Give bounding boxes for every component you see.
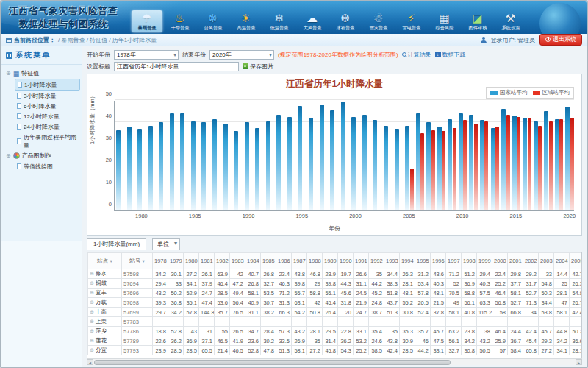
nav-item-typhoon[interactable]: ☸台风普查 — [198, 10, 229, 32]
column-header-year[interactable]: 1984 — [245, 253, 261, 269]
column-header-year[interactable]: 2002 — [523, 253, 539, 269]
logout-button[interactable]: 退出系统 — [539, 34, 582, 46]
column-header-year[interactable]: 1995 — [415, 253, 431, 269]
unit-dropdown[interactable]: 单位 — [152, 238, 180, 250]
column-header-station[interactable]: 站点 ▾ — [88, 253, 122, 269]
column-header-year[interactable]: 1998 — [462, 253, 477, 269]
station-cell[interactable]: ⊕修水 — [88, 269, 122, 279]
column-header-year[interactable]: 1997 — [446, 253, 462, 269]
horizontal-scrollbar[interactable]: ◂ ▸ — [87, 358, 582, 365]
expand-toggle-icon[interactable]: ⊕ — [6, 152, 11, 159]
row-expand-icon[interactable]: ⊕ — [90, 338, 94, 343]
tree-item-等值线绘图[interactable]: 等值线绘图 — [15, 161, 80, 171]
station-cell[interactable]: ⊕宜丰 — [88, 289, 122, 298]
download-button[interactable]: ↓ 数据下载 — [435, 51, 466, 59]
tree-group-特征值[interactable]: ⊕▦特征值 — [3, 68, 80, 79]
expand-toggle-icon[interactable]: ⊕ — [6, 70, 11, 77]
sidebar-header: 系统菜单 — [1, 46, 82, 65]
column-header-year[interactable]: 1991 — [354, 253, 369, 269]
tree-group-产品图制作[interactable]: ⊕产品图制作 — [3, 150, 80, 161]
nav-item-map-review[interactable]: ◪图件审核 — [462, 10, 493, 32]
column-header-year[interactable]: 1990 — [338, 253, 354, 269]
column-header-year[interactable]: 1978 — [153, 253, 168, 269]
row-expand-icon[interactable]: ⊕ — [90, 300, 94, 305]
nav-item-hail[interactable]: ❆冰雹普查 — [330, 10, 361, 32]
column-header-id[interactable]: 站号 ▾ — [122, 253, 153, 269]
nav-item-rainstorm[interactable]: ☂暴雨普查 — [132, 10, 162, 32]
bar-national-1985 — [191, 121, 196, 211]
value-cell — [230, 317, 245, 327]
nav-item-lightning[interactable]: ⚡雷电普查 — [396, 10, 427, 32]
nav-item-drought[interactable]: ♨干旱普查 — [165, 10, 196, 32]
value-cell: 57.3 — [276, 327, 292, 336]
column-header-year[interactable]: 1993 — [384, 253, 400, 269]
end-year-select[interactable]: 2020年 — [209, 50, 274, 60]
tree-item-3小时降水量[interactable]: 3小时降水量 — [15, 91, 80, 101]
row-expand-icon[interactable]: ⊕ — [90, 271, 94, 276]
row-expand-icon[interactable]: ⊕ — [90, 347, 94, 353]
value-cell: 63.1 — [292, 298, 307, 308]
value-cell: 55.1 — [323, 289, 338, 298]
station-cell[interactable]: ⊕上栗 — [88, 317, 122, 327]
table-scroll-viewport[interactable]: 站点 ▾站号 ▾19781979198019811982198319841985… — [87, 252, 582, 358]
scroll-left-arrow[interactable]: ◂ — [87, 359, 93, 365]
column-header-year[interactable]: 1989 — [323, 253, 338, 269]
tree-item-6小时降水量[interactable]: 6小时降水量 — [15, 101, 80, 111]
station-cell[interactable]: ⊕萍乡 — [88, 327, 122, 336]
nav-item-combined-risk[interactable]: ▦综合风险 — [429, 10, 460, 32]
station-cell[interactable]: ⊕分宜 — [88, 346, 122, 355]
column-header-year[interactable]: 2004 — [554, 253, 570, 269]
tree-item-24小时降水量[interactable]: 24小时降水量 — [15, 121, 80, 132]
column-header-year[interactable]: 1982 — [215, 253, 230, 269]
save-image-button[interactable]: 保存图片 — [243, 63, 273, 71]
scroll-right-arrow[interactable]: ▸ — [576, 359, 582, 365]
end-year-label: 结束年份 — [182, 51, 206, 59]
column-header-year[interactable]: 1983 — [230, 253, 245, 269]
column-header-year[interactable]: 1980 — [184, 253, 199, 269]
column-header-year[interactable]: 2003 — [539, 253, 554, 269]
row-expand-icon[interactable]: ⊕ — [90, 309, 94, 314]
tree-item-1小时降水量[interactable]: 1小时降水量 — [15, 79, 80, 91]
value-cell: 47.4 — [199, 298, 215, 308]
tree-item-12小时降水量[interactable]: 12小时降水量 — [15, 111, 80, 121]
nav-item-settings[interactable]: ⚒系统设置 — [495, 10, 526, 32]
row-expand-icon[interactable]: ⊕ — [90, 328, 94, 333]
nav-item-low-temp[interactable]: ❄低温普查 — [264, 10, 295, 32]
station-cell[interactable]: ⊕铜鼓 — [88, 279, 122, 289]
station-cell[interactable]: ⊕莲花 — [88, 336, 122, 346]
row-expand-icon[interactable]: ⊕ — [90, 319, 94, 324]
filter-arrow-icon[interactable]: ▾ — [142, 258, 144, 263]
column-header-year[interactable]: 2000 — [492, 253, 508, 269]
column-header-year[interactable]: 1981 — [199, 253, 215, 269]
station-cell[interactable]: ⊕上高 — [88, 308, 122, 317]
tree-item-历年暴雨过程平均雨量[interactable]: 历年暴雨过程平均雨量 — [15, 132, 80, 150]
column-header-year[interactable]: 1985 — [261, 253, 276, 269]
value-cell: 42.4 — [384, 346, 400, 355]
value-cell: 23.9 — [153, 346, 168, 355]
column-header-year[interactable]: 1996 — [431, 253, 446, 269]
value-cell: 51.3 — [276, 346, 292, 355]
nav-item-wind[interactable]: ☁大风普查 — [297, 10, 328, 32]
nav-item-snow[interactable]: ☃雪灾普查 — [363, 10, 394, 32]
row-expand-icon[interactable]: ⊕ — [90, 280, 94, 286]
chart-title-input[interactable] — [114, 62, 239, 71]
nav-item-high-temp[interactable]: ☀高温普查 — [231, 10, 262, 32]
station-cell[interactable]: ⊕万载 — [88, 298, 122, 308]
column-header-year[interactable]: 1999 — [477, 253, 492, 269]
start-year-select[interactable]: 1978年 — [114, 50, 179, 60]
column-header-year[interactable]: 1987 — [292, 253, 307, 269]
column-header-year[interactable]: 1986 — [276, 253, 292, 269]
column-header-year[interactable]: 2001 — [508, 253, 523, 269]
column-header-year[interactable]: 1979 — [168, 253, 184, 269]
column-header-year[interactable]: 1992 — [369, 253, 384, 269]
bar-national-1995 — [298, 106, 302, 211]
column-header-year[interactable]: 1988 — [307, 253, 323, 269]
value-cell — [539, 317, 554, 327]
row-expand-icon[interactable]: ⊕ — [90, 290, 94, 295]
column-header-year[interactable]: 2005 — [570, 253, 583, 269]
column-header-year[interactable]: 1994 — [400, 253, 415, 269]
calculate-button[interactable]: 计算结果 — [402, 51, 431, 59]
filter-arrow-icon[interactable]: ▾ — [110, 258, 112, 263]
scrollbar-thumb[interactable] — [94, 360, 451, 365]
value-cell: 24.7 — [354, 308, 369, 317]
